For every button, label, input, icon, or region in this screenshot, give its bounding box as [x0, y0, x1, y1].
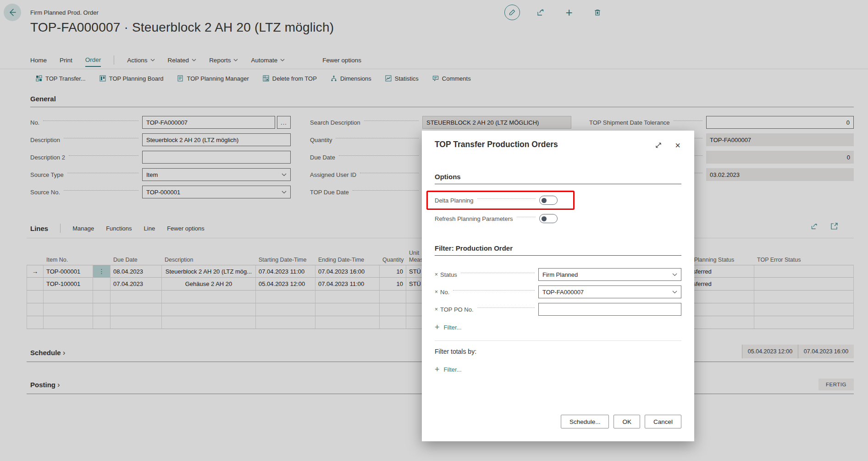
delta-planning-toggle[interactable] — [539, 196, 558, 205]
plus-icon: + — [435, 323, 440, 331]
add-filter-link[interactable]: + Filter... — [435, 323, 462, 331]
dialog-button-bar: Schedule... OK Cancel — [561, 415, 681, 428]
options-section-title: Options — [435, 173, 681, 184]
no-filter-select[interactable]: TOP-FA000007 — [538, 285, 681, 298]
ok-button[interactable]: OK — [614, 415, 640, 428]
refresh-params-toggle[interactable] — [539, 214, 558, 223]
filter-no-row: × No. TOP-FA000007 — [435, 285, 681, 298]
top-po-filter-input[interactable] — [538, 303, 681, 316]
filter-status-row: × Status Firm Planned — [435, 268, 681, 281]
remove-filter-icon[interactable]: × — [435, 306, 438, 313]
remove-filter-icon[interactable]: × — [435, 289, 438, 295]
chevron-down-icon — [672, 291, 677, 294]
plus-icon: + — [435, 365, 440, 373]
cancel-button[interactable]: Cancel — [645, 415, 681, 428]
delta-planning-row: Delta Planning — [435, 194, 558, 207]
filter-totals-label: Filter totals by: — [435, 348, 476, 355]
chevron-down-icon — [672, 273, 677, 276]
dialog-divider — [435, 340, 681, 341]
expand-icon — [655, 142, 662, 149]
dialog-expand-button[interactable] — [654, 141, 663, 150]
top-transfer-dialog: TOP Transfer Production Orders × Options… — [422, 131, 694, 441]
filter-top-po-row: × TOP PO No. — [435, 303, 681, 316]
filter-section-title: Filter: Production Order — [435, 244, 681, 256]
schedule-button[interactable]: Schedule... — [561, 415, 609, 428]
status-filter-select[interactable]: Firm Planned — [538, 268, 681, 281]
add-totals-filter-link[interactable]: + Filter... — [435, 365, 462, 373]
refresh-params-row: Refresh Planning Parameters — [435, 212, 558, 225]
dialog-close-button[interactable]: × — [673, 141, 682, 150]
remove-filter-icon[interactable]: × — [435, 271, 438, 278]
dialog-title: TOP Transfer Production Orders — [435, 140, 558, 149]
close-icon: × — [675, 141, 680, 150]
